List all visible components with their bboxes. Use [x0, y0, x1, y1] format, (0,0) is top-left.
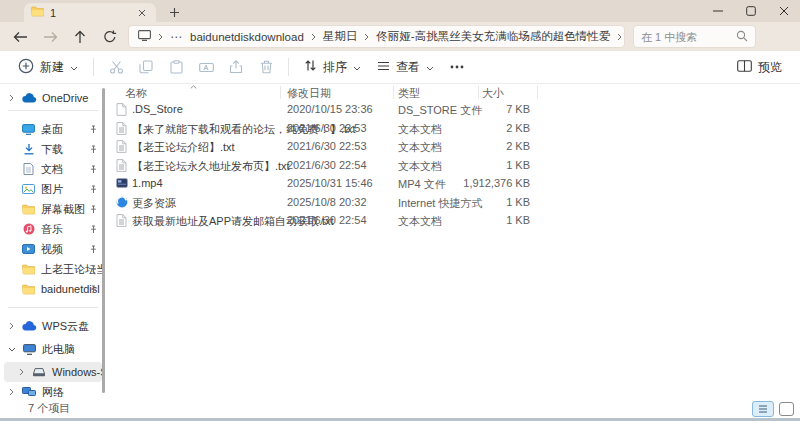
this-pc-icon — [21, 344, 37, 355]
sidebar-item-label: Windows-SSD — [52, 366, 102, 378]
internet-shortcut-icon — [115, 196, 128, 208]
pinned-items: 桌面 下载 文档 图片 屏幕截图 — [0, 119, 104, 299]
sidebar-item-label: 网络 — [42, 385, 64, 400]
chevron-right-icon[interactable] — [7, 388, 16, 396]
paste-button[interactable] — [161, 54, 191, 80]
column-header-type[interactable]: 类型 — [398, 86, 420, 101]
up-button[interactable] — [68, 25, 92, 49]
details-view-toggle[interactable] — [752, 401, 774, 417]
sidebar-item-label: WPS云盘 — [42, 319, 89, 334]
sidebar-item-windows-ssd[interactable]: Windows-SSD — [4, 362, 102, 382]
table-row[interactable]: 【老王论坛永久地址发布页】.txt 2021/6/30 22:54 文本文档 1… — [110, 156, 800, 175]
divider[interactable] — [280, 86, 281, 99]
delete-button[interactable] — [251, 54, 281, 80]
pin-icon — [89, 144, 98, 156]
folder-icon — [31, 6, 44, 19]
sidebar-item-pictures[interactable]: 图片 — [0, 179, 104, 199]
minimize-button[interactable] — [701, 0, 734, 22]
new-button[interactable]: 新建 — [10, 54, 86, 80]
sidebar-item-this-pc[interactable]: 此电脑 — [0, 339, 104, 359]
tab-1[interactable]: 1 — [24, 3, 156, 22]
sidebar-item-desktop[interactable]: 桌面 — [0, 119, 104, 139]
breadcrumb-item[interactable]: baidunetdiskdownload — [190, 31, 304, 43]
search-input[interactable] — [641, 31, 736, 43]
sidebar-item-videos[interactable]: 视频 — [0, 239, 104, 259]
sidebar-item-downloads[interactable]: 下载 — [0, 139, 104, 159]
maximize-button[interactable] — [734, 0, 767, 22]
back-button[interactable] — [8, 25, 32, 49]
refresh-button[interactable] — [98, 25, 122, 49]
cut-button[interactable] — [101, 54, 131, 80]
preview-icon — [737, 60, 752, 75]
file-size: 1 KB — [440, 196, 530, 208]
view-button[interactable]: 查看 — [369, 54, 442, 80]
rename-button[interactable] — [191, 54, 221, 80]
chevron-down-icon — [353, 60, 361, 74]
breadcrumb-overflow-icon[interactable]: ⋯ — [170, 30, 183, 44]
file-name: .DS_Store — [132, 103, 183, 115]
column-header-name[interactable]: 名称 — [125, 86, 147, 101]
forward-button[interactable] — [38, 25, 62, 49]
divider[interactable] — [393, 86, 394, 99]
chevron-right-icon[interactable] — [17, 368, 26, 376]
file-list: .DS_Store 2020/10/15 23:36 DS_STORE 文件 7… — [110, 100, 800, 230]
table-row[interactable]: 更多资源 2025/10/8 20:32 Internet 快捷方式 1 KB — [110, 193, 800, 212]
chevron-down-icon[interactable] — [7, 347, 16, 352]
sidebar-item-folder[interactable]: 上老王论坛当 — [0, 259, 104, 279]
pin-icon — [89, 244, 98, 256]
copy-button[interactable] — [131, 54, 161, 80]
chevron-down-icon — [70, 60, 78, 74]
table-row[interactable]: 【来了就能下载和观看的论坛，纯免费！】.txt 2021/6/30 22:53 … — [110, 119, 800, 138]
tab-close-icon[interactable] — [135, 6, 149, 20]
close-button[interactable] — [767, 0, 800, 22]
status-bar: 7 个项目 — [0, 399, 800, 418]
network-icon — [21, 387, 37, 398]
new-icon — [18, 58, 34, 77]
sort-button[interactable]: 排序 — [296, 54, 369, 80]
sidebar-item-music[interactable]: 音乐 — [0, 219, 104, 239]
address-bar[interactable]: ⋯ baidunetdiskdownload 星期日 佟丽娅-高挑黑丝美女充满临… — [128, 25, 625, 48]
divider[interactable] — [537, 86, 538, 99]
file-type: MP4 文件 — [398, 177, 446, 192]
file-date: 2021/6/30 22:53 — [287, 140, 367, 152]
divider[interactable] — [478, 86, 479, 99]
table-row[interactable]: 【老王论坛介绍】.txt 2021/6/30 22:53 文本文档 2 KB — [110, 137, 800, 156]
chevron-right-icon — [617, 31, 622, 43]
file-name: 更多资源 — [132, 196, 176, 211]
videos-icon — [21, 244, 36, 254]
sidebar-item-folder[interactable]: baidunetdisl — [0, 279, 104, 299]
file-name: 1.mp4 — [132, 177, 163, 189]
more-options-icon[interactable] — [442, 54, 472, 80]
file-date: 2020/10/15 23:36 — [287, 103, 373, 115]
table-row[interactable]: 获取最新地址及APP请发邮箱自动获取.txt 2021/6/30 22:54 文… — [110, 211, 800, 230]
sidebar-item-screenshots[interactable]: 屏幕截图 — [0, 199, 104, 219]
chevron-right-icon[interactable] — [7, 322, 16, 330]
thumbnail-view-toggle[interactable] — [779, 402, 794, 416]
sidebar-item-documents[interactable]: 文档 — [0, 159, 104, 179]
breadcrumb-item[interactable]: 佟丽娅-高挑黑丝美女充满临场感的超色情性爱 — [376, 29, 610, 44]
new-tab-button[interactable] — [166, 4, 182, 20]
column-header-date[interactable]: 修改日期 — [287, 86, 331, 101]
chevron-right-icon[interactable] — [7, 94, 16, 102]
pictures-icon — [21, 184, 36, 194]
documents-icon — [21, 163, 36, 175]
table-row[interactable]: 1.mp4 2025/10/31 15:46 MP4 文件 1,912,376 … — [110, 174, 800, 193]
table-row[interactable]: .DS_Store 2020/10/15 23:36 DS_STORE 文件 7… — [110, 100, 800, 119]
share-button[interactable] — [221, 54, 251, 80]
file-size: 7 KB — [440, 103, 530, 115]
chevron-right-icon — [158, 31, 163, 43]
file-size: 1,912,376 KB — [440, 177, 530, 189]
divider — [8, 110, 98, 111]
breadcrumb-item[interactable]: 星期日 — [323, 29, 358, 44]
file-name: 【老王论坛介绍】.txt — [132, 140, 235, 155]
window-controls — [701, 0, 800, 22]
sidebar-scrollbar[interactable] — [102, 88, 105, 393]
preview-button[interactable]: 预览 — [729, 54, 790, 80]
sidebar-item-onedrive[interactable]: OneDrive — [0, 88, 104, 108]
search-icon — [736, 28, 748, 46]
sidebar-item-wps-cloud[interactable]: WPS云盘 — [0, 316, 104, 336]
sidebar-item-label: 屏幕截图 — [41, 202, 85, 217]
column-header-size[interactable]: 大小 — [482, 86, 504, 101]
file-date: 2025/10/8 20:32 — [287, 196, 367, 208]
file-size: 2 KB — [440, 140, 530, 152]
